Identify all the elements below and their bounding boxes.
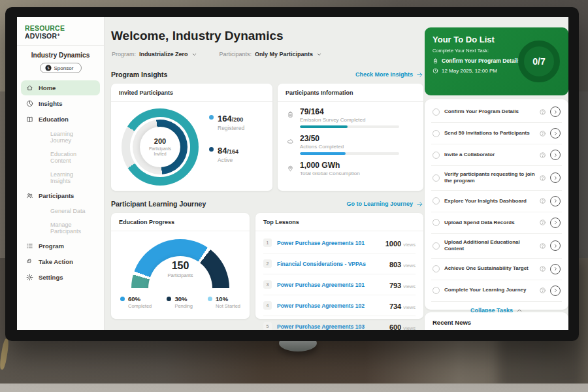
task-row: Upload Additional Educational Content xyxy=(431,234,562,259)
progress-track xyxy=(300,125,399,128)
lesson-link[interactable]: Power Purchase Agreements 101 xyxy=(277,240,380,246)
task-open-button[interactable] xyxy=(550,106,561,117)
gauge-legend: 60% Completed 30% Pending 10% Not Starte… xyxy=(120,295,240,309)
question-icon[interactable] xyxy=(540,109,546,115)
question-icon[interactable] xyxy=(540,266,546,272)
lesson-link[interactable]: Financial Considerations - VPPAs xyxy=(277,261,384,267)
task-row: Explore Your Insights Dashboard xyxy=(431,191,562,212)
participants-value: Only My Participants xyxy=(255,51,313,57)
participants-select[interactable]: Participants: Only My Participants xyxy=(220,51,323,57)
task-checkbox[interactable] xyxy=(433,242,440,250)
sidebar-item[interactable]: Learning Insights xyxy=(21,168,100,188)
task-open-button[interactable] xyxy=(550,264,561,274)
lesson-row: 2 Financial Considerations - VPPAs 803vi… xyxy=(263,253,416,274)
question-icon[interactable] xyxy=(540,131,546,137)
question-icon[interactable] xyxy=(540,152,546,158)
sidebar-item[interactable]: Education xyxy=(21,112,100,127)
sidebar-item[interactable]: Learning Journey xyxy=(21,127,100,147)
task-label[interactable]: Complete Your Learning Journey xyxy=(444,287,535,293)
participants-label: Participants: xyxy=(220,51,252,57)
task-label[interactable]: Achieve One Sustainability Target xyxy=(444,265,535,272)
gauge-center-label: Participants xyxy=(131,272,229,278)
gauge-center: 150 Participants xyxy=(131,260,229,278)
task-checkbox[interactable] xyxy=(433,108,440,116)
lesson-views: 803 xyxy=(389,261,401,269)
sidebar: RESOURCE ADVISOR+ Industry Dynamics $ Sp… xyxy=(17,17,105,330)
sidebar-item-label: Education xyxy=(39,116,69,123)
program-icon xyxy=(26,242,33,250)
task-open-button[interactable] xyxy=(550,286,561,296)
go-to-learning-journey-link[interactable]: Go to Learning Journey xyxy=(346,201,423,208)
app-logo[interactable]: RESOURCE ADVISOR+ xyxy=(17,17,104,46)
task-open-button[interactable] xyxy=(550,128,561,139)
next-task-label: Confirm Your Program Details xyxy=(442,57,521,64)
sidebar-item[interactable]: Program xyxy=(21,238,100,253)
sponsor-label: Sponsor xyxy=(54,65,74,71)
sidebar-item[interactable]: Insights xyxy=(21,96,100,111)
task-open-button[interactable] xyxy=(550,172,561,183)
take-action-icon xyxy=(26,258,33,265)
task-label[interactable]: Upload Additional Educational Content xyxy=(444,239,535,253)
question-icon[interactable] xyxy=(540,175,546,181)
task-checkbox[interactable] xyxy=(433,219,440,226)
chevron-right-icon xyxy=(553,198,559,204)
lesson-link[interactable]: Power Purchase Agreements 102 xyxy=(277,302,384,309)
legend-percent: 30% xyxy=(174,295,193,302)
task-checkbox[interactable] xyxy=(433,174,440,182)
task-open-button[interactable] xyxy=(550,150,561,160)
task-open-button[interactable] xyxy=(550,218,561,228)
chevron-down-icon[interactable] xyxy=(191,52,197,57)
question-icon[interactable] xyxy=(540,243,546,249)
task-label[interactable]: Explore Your Insights Dashboard xyxy=(444,198,535,204)
legend-value: 164 xyxy=(218,114,232,123)
task-label[interactable]: Upload Spend Data Records xyxy=(444,220,535,226)
svg-text:$: $ xyxy=(47,66,49,70)
program-select[interactable]: Program: Industrialize Zero xyxy=(112,51,197,57)
invited-participants-card: Invited Participants 200 Participants In… xyxy=(111,84,272,191)
task-label[interactable]: Confirm Your Program Details xyxy=(444,108,535,115)
question-icon[interactable] xyxy=(540,220,546,225)
task-label[interactable]: Invite a Collaborator xyxy=(444,152,535,158)
task-checkbox[interactable] xyxy=(433,265,440,272)
sidebar-item[interactable]: Take Action xyxy=(21,254,100,269)
chevron-down-icon[interactable] xyxy=(316,52,322,57)
sidebar-item[interactable]: Participants xyxy=(21,188,100,203)
task-row: Upload Spend Data Records xyxy=(431,212,562,234)
sidebar-item[interactable]: General Data xyxy=(21,204,100,218)
task-checkbox[interactable] xyxy=(433,130,440,137)
sponsor-badge[interactable]: $ Sponsor xyxy=(40,63,82,73)
task-label[interactable]: Send 50 Invitations to Participants xyxy=(444,130,535,137)
sidebar-item[interactable]: Manage Participants xyxy=(21,218,100,238)
lesson-rank: 4 xyxy=(263,301,272,310)
sidebar-item[interactable]: Settings xyxy=(21,270,100,285)
task-open-button[interactable] xyxy=(550,196,561,206)
stat-value: 1,000 GWh xyxy=(300,161,360,170)
todo-tasks-card: Confirm Your Program Details Send 50 Inv… xyxy=(425,99,568,310)
lesson-link[interactable]: Power Purchase Agreements 103 xyxy=(277,323,384,330)
chevron-right-icon xyxy=(553,131,559,137)
task-checkbox[interactable] xyxy=(433,287,440,294)
task-checkbox[interactable] xyxy=(433,152,440,159)
progress-track xyxy=(300,152,399,155)
legend-total: /200 xyxy=(232,116,244,123)
logo-secondary: ADVISOR xyxy=(25,32,57,40)
question-icon[interactable] xyxy=(540,287,546,293)
task-label[interactable]: Verify participants requesting to join t… xyxy=(444,171,535,185)
lesson-views: 1000 xyxy=(385,240,401,248)
sidebar-item[interactable]: Home xyxy=(21,80,100,95)
task-checkbox[interactable] xyxy=(433,197,440,204)
pin-icon xyxy=(287,165,294,172)
chevron-right-icon xyxy=(553,243,559,249)
lesson-views: 734 xyxy=(389,302,401,310)
education-icon xyxy=(26,116,33,123)
sponsor-icon: $ xyxy=(45,65,52,71)
sidebar-item[interactable]: Education Content xyxy=(21,148,100,167)
lesson-link[interactable]: Power Purchase Agreements 101 xyxy=(277,282,384,288)
question-icon[interactable] xyxy=(540,198,546,204)
lesson-views-label: views xyxy=(403,242,416,248)
task-open-button[interactable] xyxy=(550,240,561,251)
sidebar-item-label: Program xyxy=(39,242,64,250)
legend-item: 164/200 Registered xyxy=(209,112,244,131)
donut-center-label: Participants Invited xyxy=(145,146,175,157)
check-more-insights-link[interactable]: Check More Insights xyxy=(355,71,423,78)
